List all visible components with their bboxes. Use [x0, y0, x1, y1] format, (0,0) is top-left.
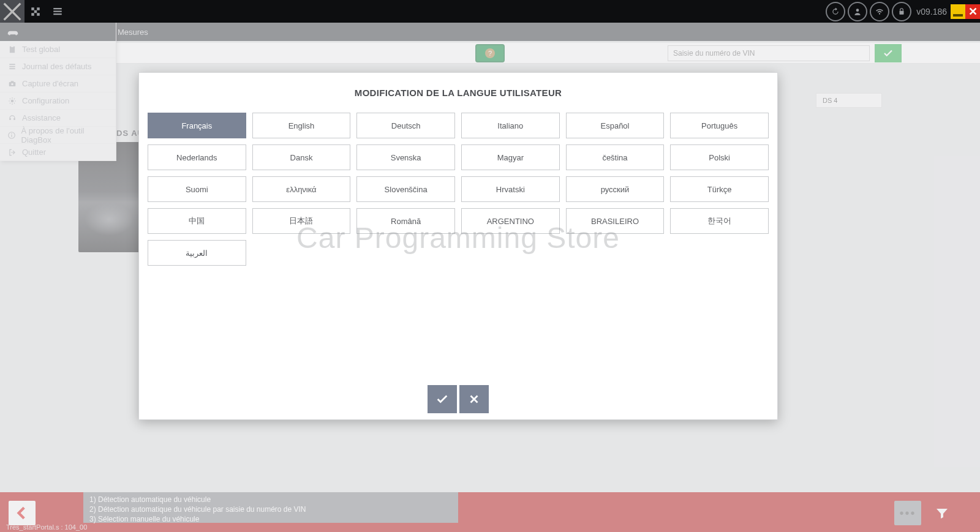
language-option[interactable]: ARGENTINO: [461, 208, 560, 234]
sidebar-item-capture[interactable]: Capture d'écran: [0, 75, 116, 92]
vin-input[interactable]: [668, 45, 870, 61]
language-option[interactable]: Svenska: [356, 144, 455, 170]
language-option[interactable]: русский: [566, 176, 665, 202]
svg-point-18: [11, 99, 14, 102]
language-option[interactable]: Slovenščina: [356, 176, 455, 202]
svg-rect-7: [53, 13, 62, 15]
status-text: Tres_startPortal.s : 104_00: [6, 523, 87, 531]
svg-rect-4: [34, 10, 37, 13]
app-logo: [0, 0, 24, 23]
language-option[interactable]: Hrvatski: [461, 176, 560, 202]
model-tab[interactable]: DS 4: [816, 93, 882, 108]
language-option[interactable]: Suomi: [148, 176, 246, 202]
gear-icon: [6, 97, 18, 105]
sync-icon[interactable]: [826, 2, 845, 21]
language-option[interactable]: Português: [670, 113, 769, 138]
sidebar-item-about[interactable]: À propos de l'outil DiagBox: [0, 127, 116, 144]
language-option[interactable]: Polski: [670, 144, 769, 170]
language-option[interactable]: 中国: [148, 208, 246, 234]
language-option[interactable]: Română: [356, 208, 455, 234]
svg-rect-0: [31, 7, 34, 10]
language-option[interactable]: ελληνικά: [252, 176, 351, 202]
svg-point-16: [11, 83, 13, 85]
language-option[interactable]: BRASILEIRO: [566, 208, 665, 234]
user-icon[interactable]: [848, 2, 867, 21]
language-option[interactable]: English: [252, 113, 351, 138]
headset-icon: [6, 114, 18, 122]
vin-confirm-button[interactable]: [875, 44, 902, 62]
svg-rect-11: [11, 45, 13, 47]
topbar: v09.186 ✕: [0, 0, 980, 23]
modal-confirm-button[interactable]: [428, 385, 457, 413]
car-icon: [6, 27, 20, 37]
hint-line-2: 2) Détection automatique du véhicule par…: [89, 504, 452, 514]
version-label: v09.186: [916, 7, 947, 17]
svg-point-21: [12, 133, 13, 134]
clipboard-icon: [6, 45, 18, 54]
hint-line-3: 3) Sélection manuelle du véhicule: [89, 514, 452, 524]
language-option[interactable]: Magyar: [461, 144, 560, 170]
sidebar-item-label: Test global: [22, 45, 60, 54]
sidebar-item-journal[interactable]: Journal des défauts: [0, 58, 116, 75]
sidebar-item-configuration[interactable]: Configuration: [0, 92, 116, 110]
wifi-icon[interactable]: [870, 2, 889, 21]
language-option[interactable]: čeština: [566, 144, 665, 170]
vin-bar: ?: [0, 43, 980, 64]
back-button[interactable]: [9, 501, 36, 525]
language-option[interactable]: Italiano: [461, 113, 560, 138]
sidebar-item-label: Capture d'écran: [22, 79, 78, 88]
language-option[interactable]: Nederlands: [148, 144, 246, 170]
svg-rect-3: [37, 13, 40, 16]
sidebar-item-quit[interactable]: Quitter: [0, 144, 116, 161]
sidebar-header: [0, 23, 116, 41]
svg-rect-12: [9, 64, 15, 65]
svg-rect-10: [10, 46, 15, 53]
language-option[interactable]: Dansk: [252, 144, 351, 170]
svg-rect-20: [12, 134, 12, 137]
minimize-button[interactable]: [951, 4, 965, 19]
svg-rect-5: [53, 8, 62, 9]
info-icon: [6, 131, 18, 140]
breadcrumb-bar: Mesures: [0, 23, 980, 41]
svg-rect-1: [37, 7, 40, 10]
svg-point-8: [856, 9, 859, 12]
language-option[interactable]: 한국어: [670, 208, 769, 234]
list-view-button[interactable]: [47, 0, 69, 23]
modal-cancel-button[interactable]: [459, 385, 489, 413]
sidebar-item-assistance[interactable]: Assistance: [0, 110, 116, 127]
language-grid: FrançaisEnglishDeutschItalianoEspañolPor…: [139, 109, 777, 269]
close-button[interactable]: ✕: [965, 4, 980, 19]
more-button[interactable]: •••: [894, 501, 921, 525]
list-icon: [6, 62, 18, 71]
breadcrumb-label: Mesures: [118, 28, 148, 37]
grid-view-button[interactable]: [24, 0, 47, 23]
camera-icon: [6, 80, 18, 88]
sidebar-item-label: À propos de l'outil DiagBox: [21, 126, 110, 144]
filter-button[interactable]: [929, 501, 956, 525]
hint-line-1: 1) Détection automatique du véhicule: [89, 495, 452, 504]
sidebar-item-label: Journal des défauts: [22, 62, 91, 71]
sidebar-item-test-global[interactable]: Test global: [0, 41, 116, 58]
language-option[interactable]: Français: [148, 113, 246, 138]
language-option[interactable]: Türkçe: [670, 176, 769, 202]
language-option[interactable]: العربية: [148, 240, 246, 266]
sidebar-item-label: Assistance: [22, 113, 61, 122]
bottom-bar: 1) Détection automatique du véhicule 2) …: [0, 492, 980, 532]
svg-rect-17: [11, 81, 14, 82]
language-option[interactable]: Español: [566, 113, 665, 138]
svg-rect-2: [31, 13, 34, 16]
sidebar: Test global Journal des défauts Capture …: [0, 23, 116, 161]
sidebar-item-label: Quitter: [22, 148, 46, 157]
language-option[interactable]: 日本語: [252, 208, 351, 234]
lock-icon[interactable]: [892, 2, 911, 21]
exit-icon: [6, 148, 18, 157]
svg-rect-9: [900, 10, 904, 14]
sidebar-item-label: Configuration: [22, 96, 69, 105]
svg-rect-13: [9, 66, 15, 67]
language-modal: MODIFICATION DE LA LANGUE UTILISATEUR Fr…: [138, 72, 778, 420]
hint-box: 1) Détection automatique du véhicule 2) …: [83, 492, 458, 523]
status-badge: ?: [475, 44, 505, 62]
svg-rect-6: [53, 10, 62, 12]
language-option[interactable]: Deutsch: [356, 113, 455, 138]
modal-title: MODIFICATION DE LA LANGUE UTILISATEUR: [139, 73, 777, 109]
